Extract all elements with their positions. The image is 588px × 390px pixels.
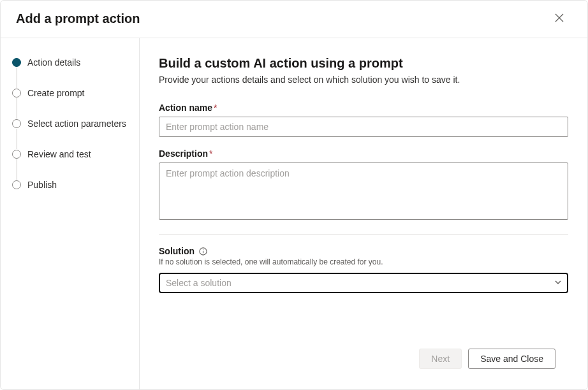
- step-action-details[interactable]: Action details: [12, 57, 129, 88]
- step-label: Review and test: [27, 149, 91, 159]
- step-review-and-test[interactable]: Review and test: [12, 149, 129, 180]
- wizard-steps-sidebar: Action details Create prompt Select acti…: [1, 38, 140, 389]
- description-input[interactable]: [159, 162, 568, 220]
- step-indicator-icon: [12, 180, 21, 189]
- dialog-header: Add a prompt action: [1, 1, 587, 38]
- dialog-title: Add a prompt action: [16, 11, 140, 26]
- step-label: Publish: [27, 180, 57, 190]
- close-button[interactable]: [549, 8, 570, 29]
- step-select-action-parameters[interactable]: Select action parameters: [12, 119, 129, 149]
- svg-point-4: [202, 249, 203, 250]
- step-indicator-icon: [12, 89, 21, 98]
- page-subtitle: Provide your actions details and select …: [159, 75, 568, 85]
- required-mark: *: [214, 103, 217, 113]
- dialog: Add a prompt action Action details Creat…: [0, 0, 588, 390]
- step-indicator-icon: [12, 150, 21, 159]
- page-title: Build a custom AI action using a prompt: [159, 56, 568, 71]
- action-name-label: Action name*: [159, 103, 568, 113]
- solution-helper-text: If no solution is selected, one will aut…: [159, 257, 568, 266]
- next-button[interactable]: Next: [419, 349, 462, 369]
- dialog-body: Action details Create prompt Select acti…: [1, 38, 587, 389]
- close-icon: [555, 13, 564, 24]
- footer-actions: Next Save and Close: [159, 341, 568, 379]
- field-solution: Solution If no solution is selected, one…: [159, 246, 568, 293]
- step-create-prompt[interactable]: Create prompt: [12, 88, 129, 119]
- solution-select-input[interactable]: [159, 273, 568, 293]
- wizard-steps-list: Action details Create prompt Select acti…: [12, 57, 129, 190]
- section-divider: [159, 234, 568, 235]
- description-label: Description*: [159, 148, 568, 159]
- field-action-name: Action name*: [159, 103, 568, 137]
- required-mark: *: [209, 148, 212, 159]
- action-name-input[interactable]: [159, 117, 568, 137]
- solution-label: Solution: [159, 246, 195, 256]
- step-indicator-icon: [12, 58, 21, 67]
- step-indicator-icon: [12, 119, 21, 128]
- step-label: Create prompt: [27, 88, 84, 98]
- step-label: Action details: [27, 57, 80, 68]
- info-icon[interactable]: [198, 247, 207, 256]
- content-pane: Build a custom AI action using a prompt …: [140, 38, 587, 389]
- step-publish[interactable]: Publish: [12, 180, 129, 190]
- step-label: Select action parameters: [27, 119, 126, 129]
- field-description: Description*: [159, 148, 568, 222]
- save-and-close-button[interactable]: Save and Close: [468, 349, 555, 369]
- solution-select[interactable]: [159, 273, 568, 293]
